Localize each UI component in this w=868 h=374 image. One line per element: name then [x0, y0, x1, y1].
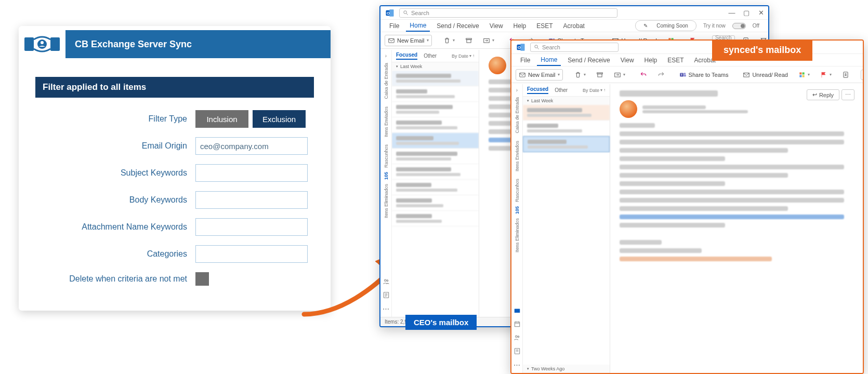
undo-button-2[interactable]: [637, 69, 650, 81]
message-item-selected-2[interactable]: [523, 136, 610, 152]
sort-by-date-2[interactable]: By Date▾↑: [583, 88, 606, 93]
try-it-now-toggle[interactable]: [732, 23, 746, 29]
message-item[interactable]: [392, 211, 479, 226]
new-email-button-2[interactable]: New Email▾: [516, 69, 563, 81]
unread-read-button-2[interactable]: Unread/ Read: [740, 69, 791, 81]
menu-send-receive-2[interactable]: Send / Receive: [564, 55, 613, 65]
menu-help-2[interactable]: Help: [641, 55, 661, 65]
svg-text:E: E: [53, 41, 57, 48]
todo-icon[interactable]: [382, 291, 390, 299]
categories-input[interactable]: [195, 245, 308, 263]
search-placeholder: Search: [411, 10, 429, 16]
subject-keywords-input[interactable]: [195, 164, 308, 182]
move-button-2[interactable]: ▾: [611, 69, 628, 81]
window-minimize-button[interactable]: —: [725, 8, 739, 18]
vtab-drafts-2[interactable]: Rascunhos: [515, 176, 520, 205]
message-item[interactable]: [392, 164, 479, 180]
group-two-weeks-ago[interactable]: ▾Two Weeks Ago: [523, 365, 610, 373]
svg-point-53: [517, 336, 519, 338]
vtab-inbox-2[interactable]: Caixa de Entrada: [515, 94, 520, 137]
menu-acrobat[interactable]: Acrobat: [560, 21, 588, 31]
group-last-week-2[interactable]: ▾Last Week: [523, 97, 610, 105]
sort-by-date[interactable]: By Date▾↑: [452, 54, 475, 59]
address-book-button-2[interactable]: [839, 69, 852, 81]
sender-avatar-2: [620, 100, 637, 118]
body-keywords-input[interactable]: [195, 191, 308, 209]
svg-rect-46: [799, 75, 801, 77]
message-item[interactable]: [392, 86, 479, 102]
tab-focused[interactable]: Focused: [396, 52, 417, 60]
vtab-sent[interactable]: Itens Enviados: [384, 103, 389, 140]
email-origin-input[interactable]: [195, 137, 308, 155]
folder-collapse-button[interactable]: ›: [385, 53, 387, 59]
todo-icon-2[interactable]: [513, 347, 521, 355]
nav-icons-2: ⋯: [513, 306, 521, 373]
group-last-week[interactable]: ▾Last Week: [392, 62, 479, 71]
message-item[interactable]: [392, 117, 479, 133]
menu-send-receive[interactable]: Send / Receive: [433, 21, 482, 31]
exclusion-button[interactable]: Exclusion: [253, 110, 306, 128]
tab-focused-2[interactable]: Focused: [527, 86, 548, 94]
titlebar-search-input[interactable]: Search: [399, 8, 617, 18]
tab-other-2[interactable]: Other: [555, 87, 568, 93]
redo-button-2[interactable]: [654, 69, 668, 81]
message-item-2[interactable]: [523, 121, 610, 136]
window-close-button[interactable]: ✕: [754, 8, 768, 18]
folder-collapse-button-2[interactable]: ›: [516, 87, 518, 93]
message-item-2[interactable]: [523, 105, 610, 121]
people-icon-2[interactable]: [513, 333, 521, 342]
svg-rect-43: [744, 73, 749, 77]
menu-file-2[interactable]: File: [517, 55, 534, 65]
menu-file[interactable]: File: [386, 21, 403, 31]
new-email-button[interactable]: New Email▾: [385, 35, 432, 46]
svg-rect-47: [803, 75, 805, 77]
menu-home[interactable]: Home: [406, 20, 430, 32]
window-maximize-button[interactable]: ▢: [739, 8, 754, 18]
menu-view-2[interactable]: View: [617, 55, 638, 65]
mail-icon[interactable]: [513, 306, 521, 315]
svg-rect-13: [466, 39, 470, 43]
flag-button-2[interactable]: ▾: [817, 69, 835, 81]
message-item[interactable]: [392, 195, 479, 211]
vtab-inbox[interactable]: Caixa de Entrada: [384, 60, 389, 102]
delete-button[interactable]: ▾: [440, 35, 458, 46]
nav-more-button-2[interactable]: ⋯: [513, 360, 521, 369]
delete-unmatched-checkbox[interactable]: [195, 272, 209, 286]
reply-button[interactable]: ↩Reply: [807, 89, 839, 100]
nav-more-button[interactable]: ⋯: [382, 304, 390, 313]
titlebar-search-input-2[interactable]: Search: [530, 43, 619, 52]
reply-more-button[interactable]: ⋯: [841, 89, 854, 100]
menu-help[interactable]: Help: [510, 21, 530, 31]
menu-eset-2[interactable]: ESET: [664, 55, 687, 65]
vtab-deleted[interactable]: Itens Eliminados: [384, 181, 389, 221]
svg-line-34: [537, 48, 539, 49]
menu-eset[interactable]: ESET: [533, 21, 556, 31]
calendar-icon[interactable]: [513, 320, 521, 328]
archive-button-2[interactable]: [593, 69, 607, 81]
message-item-selected[interactable]: [392, 133, 479, 149]
inclusion-button[interactable]: Inclusion: [195, 110, 248, 128]
message-item[interactable]: [392, 149, 479, 164]
tab-other[interactable]: Other: [424, 53, 437, 59]
vtab-drafts[interactable]: Rascunhos: [384, 141, 389, 171]
delete-button-2[interactable]: ▾: [571, 69, 589, 81]
archive-button[interactable]: [462, 35, 476, 46]
move-button[interactable]: ▾: [480, 35, 497, 46]
filter-form: Filter Type Inclusion Exclusion Email Or…: [19, 110, 314, 286]
menu-home-2[interactable]: Home: [537, 55, 561, 66]
message-list: Focused Other By Date▾↑ ▾Last Week: [392, 50, 479, 317]
search-people-input-2[interactable]: Search People: [861, 70, 863, 80]
message-item[interactable]: [392, 71, 479, 86]
share-to-teams-button-2[interactable]: T Share to Teams: [676, 69, 732, 81]
people-icon[interactable]: [382, 277, 390, 286]
outlook-logo-icon: O: [384, 8, 396, 18]
svg-point-3: [41, 41, 44, 44]
vtab-deleted-2[interactable]: Itens Eliminados: [515, 215, 520, 256]
vtab-sent-2[interactable]: Itens Enviados: [515, 138, 520, 175]
message-item[interactable]: [392, 180, 479, 195]
menu-view[interactable]: View: [486, 21, 507, 31]
attachment-keywords-input[interactable]: [195, 218, 308, 236]
svg-line-10: [406, 14, 408, 15]
message-item[interactable]: [392, 102, 479, 117]
categorize-button-2[interactable]: ▾: [795, 69, 813, 81]
